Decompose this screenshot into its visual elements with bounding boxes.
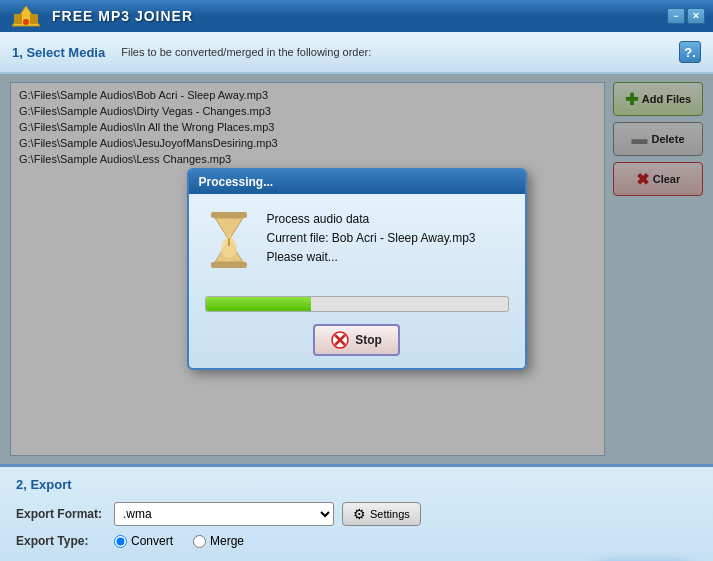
format-select[interactable]: .wma .mp3 .ogg .wav .flac xyxy=(114,502,334,526)
app-title: FREE MP3 JOINER xyxy=(52,8,193,24)
export-format-row: Export Format: .wma .mp3 .ogg .wav .flac… xyxy=(16,502,697,526)
minimize-button[interactable]: − xyxy=(667,8,685,24)
dialog-overlay: Processing... Process audio data Current… xyxy=(0,74,713,464)
dialog-body: Process audio data Current file: Bob Acr… xyxy=(189,194,525,286)
progress-bar-fill xyxy=(206,297,312,311)
settings-button[interactable]: ⚙ Settings xyxy=(342,502,421,526)
dialog-line1: Process audio data xyxy=(267,210,509,229)
dialog-line2: Current file: Bob Acri - Sleep Away.mp3 xyxy=(267,229,509,248)
svg-point-3 xyxy=(23,19,29,25)
merge-radio-text: Merge xyxy=(210,534,244,548)
convert-radio-text: Convert xyxy=(131,534,173,548)
convert-radio-label[interactable]: Convert xyxy=(114,534,173,548)
dialog-footer: Stop xyxy=(189,312,525,368)
export-type-radio-group: Convert Merge xyxy=(114,534,244,548)
hourglass-icon xyxy=(205,210,253,270)
progress-bar-container xyxy=(205,296,509,312)
gear-icon: ⚙ xyxy=(353,506,366,522)
svg-rect-5 xyxy=(211,262,247,268)
main-content: G:\Files\Sample Audios\Bob Acri - Sleep … xyxy=(0,74,713,464)
header-band: 1, Select Media Files to be converted/me… xyxy=(0,32,713,74)
type-label: Export Type: xyxy=(16,534,106,548)
dialog-titlebar: Processing... xyxy=(189,170,525,194)
export-section: 2, Export Export Format: .wma .mp3 .ogg … xyxy=(0,464,713,561)
dialog-title: Processing... xyxy=(199,175,274,189)
convert-radio[interactable] xyxy=(114,535,127,548)
dialog-text: Process audio data Current file: Bob Acr… xyxy=(267,210,509,268)
export-type-row: Export Type: Convert Merge xyxy=(16,534,697,548)
export-title: 2, Export xyxy=(16,477,697,492)
format-label: Export Format: xyxy=(16,507,106,521)
svg-rect-2 xyxy=(30,14,38,24)
stop-icon xyxy=(331,331,349,349)
titlebar-left: FREE MP3 JOINER xyxy=(8,2,193,30)
stop-label: Stop xyxy=(355,333,382,347)
app-logo xyxy=(8,2,44,30)
processing-dialog: Processing... Process audio data Current… xyxy=(187,168,527,370)
titlebar-controls: − ✕ xyxy=(667,8,705,24)
header-description: Files to be converted/merged in the foll… xyxy=(121,46,371,58)
help-button[interactable]: ?. xyxy=(679,41,701,63)
svg-rect-4 xyxy=(211,212,247,218)
close-button[interactable]: ✕ xyxy=(687,8,705,24)
settings-label: Settings xyxy=(370,508,410,520)
merge-radio-label[interactable]: Merge xyxy=(193,534,244,548)
svg-rect-1 xyxy=(14,14,22,24)
titlebar: FREE MP3 JOINER − ✕ xyxy=(0,0,713,32)
merge-radio[interactable] xyxy=(193,535,206,548)
section-label: 1, Select Media xyxy=(12,45,105,60)
stop-button[interactable]: Stop xyxy=(313,324,400,356)
dialog-line3: Please wait... xyxy=(267,248,509,267)
